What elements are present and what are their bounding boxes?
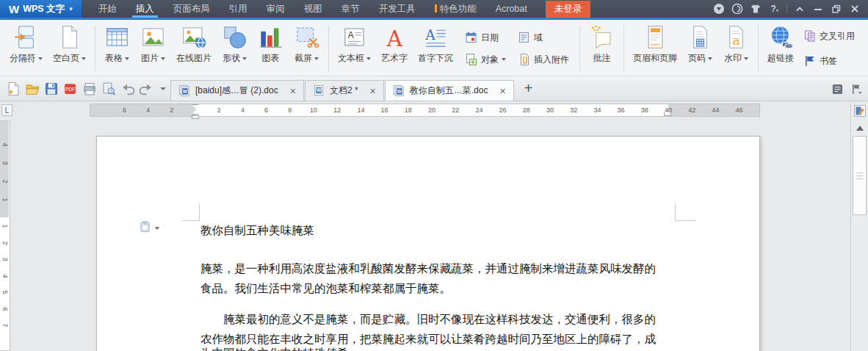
document-tabs: W[baidu]感…冒 (2).doc×W文档2 *×W教你自制五…菜.doc× — [170, 80, 515, 101]
close-icon[interactable] — [849, 3, 861, 15]
ruler-number: 4 — [237, 106, 247, 114]
wps-v-icon[interactable] — [713, 3, 725, 15]
ribbon-button-空白页[interactable]: 空白页 — [48, 22, 91, 75]
close-tab-icon[interactable]: × — [290, 86, 296, 96]
tab-stop-selector[interactable]: L — [1, 104, 12, 116]
ribbon-button-书签[interactable]: 书签 — [803, 54, 855, 68]
ribbon-button-水印[interactable]: a水印 — [718, 22, 754, 75]
app-button[interactable]: W WPS 文字 ▾ — [0, 0, 82, 18]
ribbon-button-页眉和页脚[interactable]: 页眉和页脚 — [628, 22, 682, 75]
ribbon-button-label: 批注 — [593, 52, 611, 65]
ribbon-button-label: 截屏 — [294, 52, 319, 65]
open-folder-icon — [25, 82, 39, 95]
collapse-ribbon-icon[interactable] — [794, 3, 806, 15]
print-button[interactable] — [82, 82, 96, 95]
print-preview-button[interactable] — [101, 82, 115, 95]
ribbon-button-label: 艺术字 — [381, 52, 408, 65]
ribbon-button-批注[interactable]: 批注 — [584, 22, 620, 75]
paste-options-button[interactable] — [140, 220, 159, 236]
ribbon-button-形状[interactable]: 形状 — [217, 22, 253, 75]
close-tab-icon[interactable]: × — [370, 86, 376, 96]
ribbon-button-图表[interactable]: 图表 — [253, 22, 289, 75]
undo-button[interactable] — [120, 82, 134, 95]
ruler-toggle-icon[interactable] — [853, 104, 867, 117]
menu-tab-视图[interactable]: 视图 — [294, 0, 332, 18]
online-picture-icon — [181, 24, 207, 50]
menu-tab-开始[interactable]: 开始 — [89, 0, 126, 18]
ribbon-button-页码[interactable]: 页码 — [682, 22, 718, 75]
ribbon-button-截屏[interactable]: 截屏 — [289, 22, 325, 75]
new-doc-button[interactable] — [6, 82, 20, 95]
menu-tab-开发工具[interactable]: 开发工具 — [369, 0, 425, 18]
ribbon-button-label: 页码 — [688, 52, 712, 65]
document-tab-label: 教你自制五…菜.doc — [410, 84, 488, 97]
scroll-up-arrow[interactable] — [856, 126, 864, 131]
divider — [786, 4, 787, 13]
ruler-number: 2 — [1, 178, 9, 186]
ribbon-button-艺术字[interactable]: A艺术字 — [376, 22, 413, 75]
scrollbar-thumb[interactable] — [853, 136, 867, 215]
ribbon-button-首字下沉[interactable]: A首字下沉 — [413, 22, 458, 75]
ribbon-button-在线图片[interactable]: 在线图片 — [171, 22, 217, 75]
ribbon-button-图片[interactable]: 图片 — [135, 22, 171, 75]
ruler-number: 12 — [332, 106, 342, 114]
ribbon-button-日期[interactable]: 日期 — [465, 31, 506, 44]
ribbon-button-超链接[interactable]: 超链接 — [762, 22, 799, 75]
svg-text:W: W — [317, 87, 322, 93]
login-button[interactable]: 未登录 — [546, 1, 591, 18]
ruler-number: 5 — [1, 289, 9, 297]
open-folder-button[interactable] — [25, 82, 39, 95]
ribbon-button-交叉引用[interactable]: 交叉引用 — [803, 29, 855, 43]
flag-menu-icon[interactable] — [850, 83, 863, 95]
wordart-icon: A — [382, 24, 408, 50]
document-tab[interactable]: W[baidu]感…冒 (2).doc× — [170, 80, 304, 101]
svg-text:W: W — [397, 89, 402, 94]
blank-page-icon — [57, 24, 82, 50]
ribbon-button-文本框[interactable]: A文本框 — [333, 22, 376, 75]
text-line: 教你自制五种美味腌菜 — [200, 223, 314, 238]
menu-tab-章节[interactable]: 章节 — [332, 0, 369, 18]
text-box-icon: A — [341, 24, 367, 50]
chevron-down-icon — [38, 57, 43, 60]
titlebar-icons: ? — [713, 3, 868, 15]
ribbon-button-插入附件[interactable]: 插入附件 — [518, 53, 569, 66]
save-button[interactable] — [44, 82, 58, 95]
page-break-icon — [13, 24, 39, 50]
menu-tab-插入[interactable]: 插入 — [126, 0, 164, 18]
menu-tab-审阅[interactable]: 审阅 — [257, 0, 294, 18]
page[interactable]: 教你自制五种美味腌菜腌菜，是一种利用高浓度盐液和乳酸菌发酵来保藏蔬菜，并通过腌制… — [96, 136, 760, 351]
menu-tab-引用[interactable]: 引用 — [220, 0, 257, 18]
ribbon-button-label: 文本框 — [338, 52, 371, 65]
toolbar-menu-caret[interactable] — [160, 87, 166, 90]
redo-button[interactable] — [140, 82, 153, 95]
ribbon-button-域[interactable]: 域 — [518, 31, 569, 44]
skin-icon[interactable] — [750, 3, 762, 15]
save-icon — [44, 82, 58, 95]
sidebar-toggle-icon[interactable] — [831, 83, 844, 95]
feedback-icon[interactable] — [731, 3, 743, 15]
document-tab[interactable]: W教你自制五…菜.doc× — [385, 80, 514, 101]
menu-tab-Acrobat[interactable]: Acrobat — [486, 0, 537, 18]
ruler-number: 34 — [592, 106, 602, 114]
shapes-icon — [222, 24, 247, 50]
menu-tabs: 开始插入页面布局引用审阅视图章节开发工具特色功能Acrobat — [89, 0, 537, 18]
minimize-icon[interactable] — [812, 3, 824, 15]
ribbon-button-表格[interactable]: 表格 — [99, 22, 135, 75]
new-tab-button[interactable]: + — [515, 80, 543, 101]
wps-v-icon — [713, 3, 725, 15]
menu-tab-页面布局[interactable]: 页面布局 — [164, 0, 220, 18]
vertical-scrollbar[interactable] — [850, 103, 868, 351]
ribbon-button-label: 图表 — [262, 52, 280, 65]
quick-access-toolbar: PDF — [0, 82, 170, 101]
ruler-number: 20 — [427, 106, 437, 114]
ruler-number: 44 — [710, 106, 720, 114]
help-icon[interactable]: ? — [768, 3, 780, 15]
close-tab-icon[interactable]: × — [499, 86, 505, 96]
export-pdf-button[interactable]: PDF — [63, 82, 77, 95]
ribbon-button-分隔符[interactable]: 分隔符 — [4, 22, 48, 75]
ribbon-button-对象[interactable]: 对象 — [465, 53, 506, 66]
restore-window-icon[interactable] — [831, 3, 842, 15]
ribbon-group-separator — [623, 26, 624, 71]
menu-tab-特色功能[interactable]: 特色功能 — [425, 0, 486, 18]
document-tab[interactable]: W文档2 *× — [305, 80, 384, 101]
